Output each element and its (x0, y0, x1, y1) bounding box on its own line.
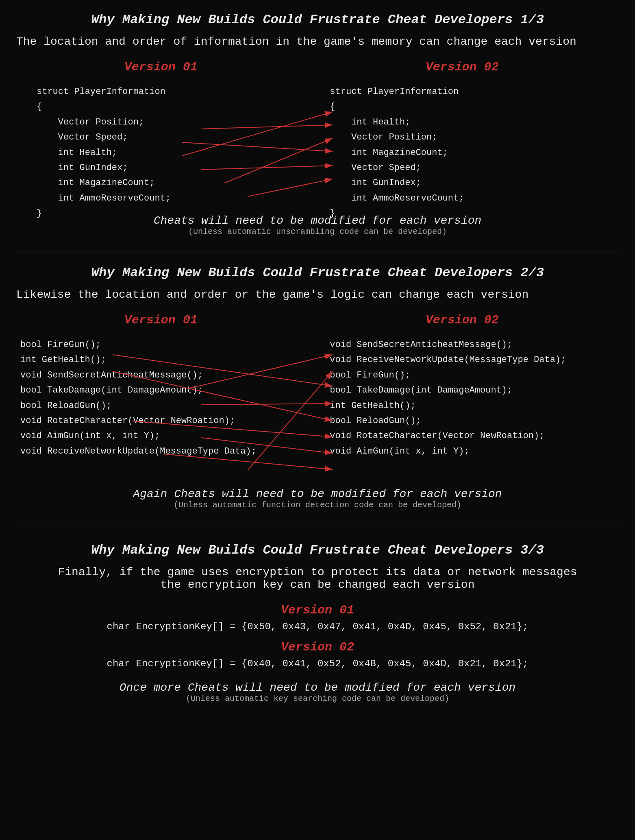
code-line: struct PlayerInformation (37, 84, 305, 99)
code-line: int MagazineCount; (330, 145, 619, 160)
code-line: bool FireGun(); (330, 368, 619, 383)
section3-v1-code: char EncryptionKey[] = {0x50, 0x43, 0x47… (16, 621, 619, 632)
section2-v2-label: Version 02 (305, 313, 619, 327)
code-line: Vector Speed; (330, 160, 619, 175)
code-line: } (330, 206, 619, 221)
code-line: bool TakeDamage(int DamageAmount); (20, 383, 305, 398)
code-line: void RotateCharacter(Vector NewRoation); (330, 428, 619, 443)
code-line: int GunIndex; (330, 175, 619, 190)
section2-v1-label: Version 01 (16, 313, 305, 327)
section3-v2-code: char EncryptionKey[] = {0x40, 0x41, 0x52… (16, 658, 619, 669)
section2-v1-code: bool FireGun(); int GetHealth(); void Se… (16, 337, 305, 459)
section1-diagram: struct PlayerInformation { Vector Positi… (16, 84, 619, 206)
section1-v1-code: struct PlayerInformation { Vector Positi… (16, 84, 305, 221)
section3-sub-note: (Unless automatic key searching code can… (16, 694, 619, 703)
section2-version-headers: Version 01 Version 02 (16, 313, 619, 333)
section3-bottom-note: Once more Cheats will need to be modifie… (16, 681, 619, 703)
code-line: bool ReloadGun(); (330, 413, 619, 428)
code-line: void SendSecretAnticheatMessage(); (330, 337, 619, 352)
section1-subtitle: The location and order of information in… (16, 35, 619, 48)
section1-title: Why Making New Builds Could Frustrate Ch… (16, 12, 619, 27)
section2-diagram: bool FireGun(); int GetHealth(); void Se… (16, 337, 619, 480)
section1-v2-label: Version 02 (305, 60, 619, 74)
section1-v1-label: Version 01 (16, 60, 305, 74)
section3-v2-label: Version 02 (16, 640, 619, 654)
code-line: int GetHealth(); (20, 352, 305, 367)
code-line: bool FireGun(); (20, 337, 305, 352)
section2-versions-row: bool FireGun(); int GetHealth(); void Se… (16, 337, 619, 459)
code-line: void AimGun(int x, int Y); (330, 444, 619, 459)
section3-title: Why Making New Builds Could Frustrate Ch… (16, 543, 619, 558)
code-line: int Health; (37, 145, 305, 160)
section1-versions-row: struct PlayerInformation { Vector Positi… (16, 84, 619, 221)
divider2 (16, 526, 619, 526)
section1: Why Making New Builds Could Frustrate Ch… (16, 12, 619, 236)
section2: Why Making New Builds Could Frustrate Ch… (16, 265, 619, 510)
code-line: void SendSecretAnticheatMessage(); (20, 368, 305, 383)
section2-main-note: Again Cheats will need to be modified fo… (16, 488, 619, 500)
code-line: int AmmoReserveCount; (330, 191, 619, 206)
code-line: Vector Position; (330, 130, 619, 145)
section2-title: Why Making New Builds Could Frustrate Ch… (16, 265, 619, 280)
code-line: void ReceiveNetworkUpdate(MessageType Da… (20, 444, 305, 459)
code-line: bool TakeDamage(int DamageAmount); (330, 383, 619, 398)
code-line: int MagazineCount; (37, 175, 305, 190)
divider1 (16, 253, 619, 253)
section2-subtitle: Likewise the location and order or the g… (16, 288, 619, 301)
section3-main-note: Once more Cheats will need to be modifie… (16, 681, 619, 694)
code-line: void ReceiveNetworkUpdate(MessageType Da… (330, 352, 619, 367)
code-line: int GetHealth(); (330, 398, 619, 413)
code-line: } (37, 206, 305, 221)
code-line: void RotateCharacter(Vector NewRoation); (20, 413, 305, 428)
section1-sub-note: (Unless automatic unscrambling code can … (16, 227, 619, 236)
code-line: Vector Position; (37, 115, 305, 130)
code-line: void AimGun(int x, int Y); (20, 428, 305, 443)
code-line: int Health; (330, 115, 619, 130)
section1-v2-code: struct PlayerInformation { int Health; V… (305, 84, 619, 221)
code-line: int AmmoReserveCount; (37, 191, 305, 206)
section2-sub-note: (Unless automatic function detection cod… (16, 500, 619, 510)
section1-version-headers: Version 01 Version 02 (16, 60, 619, 80)
code-line: Vector Speed; (37, 130, 305, 145)
section2-v2-code: void SendSecretAnticheatMessage(); void … (305, 337, 619, 459)
code-line: { (330, 99, 619, 114)
code-line: bool ReloadGun(); (20, 398, 305, 413)
section3-subtitle: Finally, if the game uses encryption to … (16, 566, 619, 591)
section3: Why Making New Builds Could Frustrate Ch… (16, 543, 619, 703)
code-line: struct PlayerInformation (330, 84, 619, 99)
code-line: { (37, 99, 305, 114)
section3-v1-label: Version 01 (16, 603, 619, 617)
code-line: int GunIndex; (37, 160, 305, 175)
section2-bottom-note: Again Cheats will need to be modified fo… (16, 488, 619, 510)
